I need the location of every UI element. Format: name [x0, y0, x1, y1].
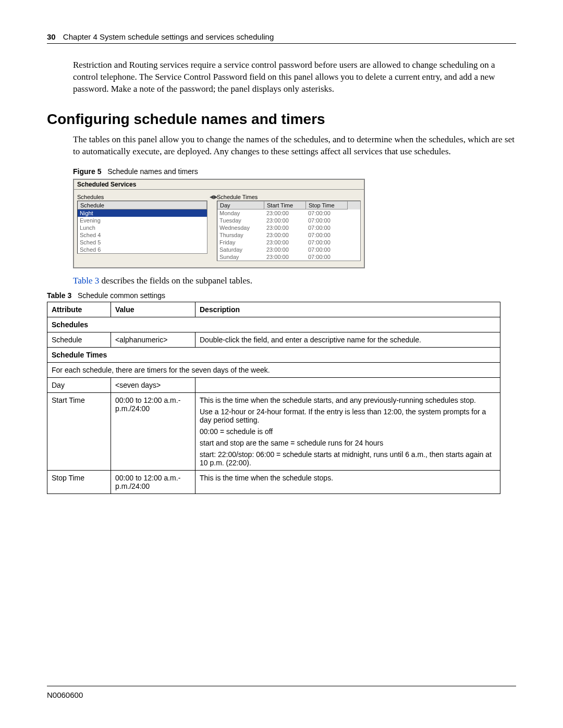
table-row: Start Time 00:00 to 12:00 a.m.-p.m./24:0… [47, 392, 500, 470]
times-cell-stop: 07:00:00 [306, 209, 348, 217]
schedule-name: Night [78, 209, 207, 217]
figure-panel: Scheduled Services Schedules Schedule Ni… [73, 179, 365, 268]
table-row[interactable]: Friday23:00:0007:00:00 [217, 239, 360, 246]
schedules-label: Schedules [77, 194, 207, 200]
times-cell-day: Wednesday [217, 224, 264, 231]
times-cell-stop: 07:00:00 [306, 253, 348, 261]
panel-title: Scheduled Services [74, 180, 364, 190]
schedule-name: Sched 5 [78, 239, 207, 246]
desc-line: 00:00 = schedule is off [200, 427, 496, 436]
times-cell-day: Saturday [217, 246, 264, 253]
col-attribute: Attribute [47, 302, 111, 317]
schedules-table[interactable]: Schedule NightEveningLunchSched 4Sched 5… [77, 201, 207, 254]
cell-desc: This is the time when the schedule stops… [195, 470, 500, 493]
cell-desc: This is the time when the schedule start… [195, 392, 500, 470]
times-cell-day: Tuesday [217, 217, 264, 224]
col-value: Value [111, 302, 195, 317]
schedule-times-label: Schedule Times [217, 194, 361, 200]
chapter-line: Chapter 4 System schedule settings and s… [63, 32, 274, 41]
schedules-header: Schedule [78, 201, 207, 209]
times-cell-stop: 07:00:00 [306, 224, 348, 231]
times-cell-day: Monday [217, 209, 264, 217]
times-cell-day: Friday [217, 239, 264, 246]
col-description: Description [195, 302, 500, 317]
table3-label: Table 3 Schedule common settings [47, 291, 516, 300]
times-cell-start: 23:00:00 [264, 239, 306, 246]
times-cell-start: 23:00:00 [264, 217, 306, 224]
times-cell-stop: 07:00:00 [306, 217, 348, 224]
times-cell-start: 23:00:00 [264, 224, 306, 231]
table-row[interactable]: Monday23:00:0007:00:00 [217, 209, 360, 217]
table-row: Schedule <alphanumeric> Double-click the… [47, 332, 500, 347]
table-row[interactable]: Thursday23:00:0007:00:00 [217, 231, 360, 239]
cell-val: 00:00 to 12:00 a.m.-p.m./24:00 [111, 470, 195, 493]
schedule-name: Evening [78, 217, 207, 224]
schedule-name: Sched 6 [78, 246, 207, 253]
cell-attr: Schedule [47, 332, 111, 347]
cell-val: <seven days> [111, 377, 195, 392]
schedule-times-column: Schedule Times Day Start Time Stop Time … [217, 194, 361, 261]
table-row[interactable]: Tuesday23:00:0007:00:00 [217, 217, 360, 224]
desc-line: start and stop are the same = schedule r… [200, 439, 496, 447]
list-item[interactable]: Sched 6 [78, 246, 207, 253]
times-note: For each schedule, there are timers for … [47, 362, 500, 377]
cell-attr: Start Time [47, 392, 111, 470]
section-heading: Configuring schedule names and timers [47, 111, 516, 128]
list-item[interactable]: Night [78, 209, 207, 217]
desc-line: Use a 12-hour or 24-hour format. If the … [200, 408, 496, 424]
table-row: Day <seven days> [47, 377, 500, 392]
table3-sentence: Table 3 describes the fields on the subp… [73, 276, 516, 286]
list-item[interactable]: Lunch [78, 224, 207, 231]
page-header: 30 Chapter 4 System schedule settings an… [47, 32, 516, 44]
list-item[interactable]: Evening [78, 217, 207, 224]
schedule-times-table[interactable]: Day Start Time Stop Time Monday23:00:000… [217, 201, 361, 261]
cell-attr: Day [47, 377, 111, 392]
times-cell-start: 23:00:00 [264, 209, 306, 217]
section-paragraph: The tables on this panel allow you to ch… [73, 134, 516, 158]
cell-attr: Stop Time [47, 470, 111, 493]
resize-handle-icon[interactable]: ◀▶ [210, 194, 217, 201]
subhead-times: Schedule Times [47, 347, 500, 362]
list-item[interactable]: Sched 5 [78, 239, 207, 246]
times-cell-stop: 07:00:00 [306, 231, 348, 239]
figure-label-bold: Figure 5 [73, 167, 101, 176]
cell-desc [195, 377, 500, 392]
table3-label-bold: Table 3 [47, 291, 71, 300]
desc-line: This is the time when the schedule start… [200, 396, 496, 404]
table3-sentence-rest: describes the fields on the subpanel tab… [99, 276, 252, 286]
cell-val: 00:00 to 12:00 a.m.-p.m./24:00 [111, 392, 195, 470]
intro-paragraph: Restriction and Routing services require… [73, 59, 516, 95]
times-header-start: Start Time [264, 201, 306, 209]
times-header-day: Day [217, 201, 264, 209]
list-item[interactable]: Sched 4 [78, 231, 207, 239]
table-row[interactable]: Sunday23:00:0007:00:00 [217, 253, 360, 261]
schedule-name: Sched 4 [78, 231, 207, 239]
times-cell-stop: 07:00:00 [306, 246, 348, 253]
cell-desc: Double-click the field, and enter a desc… [195, 332, 500, 347]
figure-label-rest: Schedule names and timers [107, 167, 198, 176]
page-footer: N0060600 [47, 686, 516, 699]
table-row: Stop Time 00:00 to 12:00 a.m.-p.m./24:00… [47, 470, 500, 493]
table-row[interactable]: Wednesday23:00:0007:00:00 [217, 224, 360, 231]
table3-label-rest: Schedule common settings [78, 291, 165, 300]
times-cell-start: 23:00:00 [264, 253, 306, 261]
times-cell-day: Thursday [217, 231, 264, 239]
page: 30 Chapter 4 System schedule settings an… [0, 0, 563, 728]
table-row[interactable]: Saturday23:00:0007:00:00 [217, 246, 360, 253]
times-cell-stop: 07:00:00 [306, 239, 348, 246]
panel-body: Schedules Schedule NightEveningLunchSche… [74, 190, 364, 267]
times-cell-day: Sunday [217, 253, 264, 261]
page-number: 30 [47, 32, 56, 41]
desc-line: start: 22:00/stop: 06:00 = schedule star… [200, 450, 496, 467]
times-cell-start: 23:00:00 [264, 246, 306, 253]
table3: Attribute Value Description Schedules Sc… [47, 302, 500, 494]
subhead-schedules: Schedules [47, 317, 500, 332]
times-header-stop: Stop Time [306, 201, 348, 209]
figure-label: Figure 5 Schedule names and timers [73, 167, 516, 176]
schedule-name: Lunch [78, 224, 207, 231]
times-cell-start: 23:00:00 [264, 231, 306, 239]
table3-link[interactable]: Table 3 [73, 276, 99, 286]
cell-val: <alphanumeric> [111, 332, 195, 347]
schedules-column: Schedules Schedule NightEveningLunchSche… [77, 194, 207, 261]
table-row: For each schedule, there are timers for … [47, 362, 500, 377]
